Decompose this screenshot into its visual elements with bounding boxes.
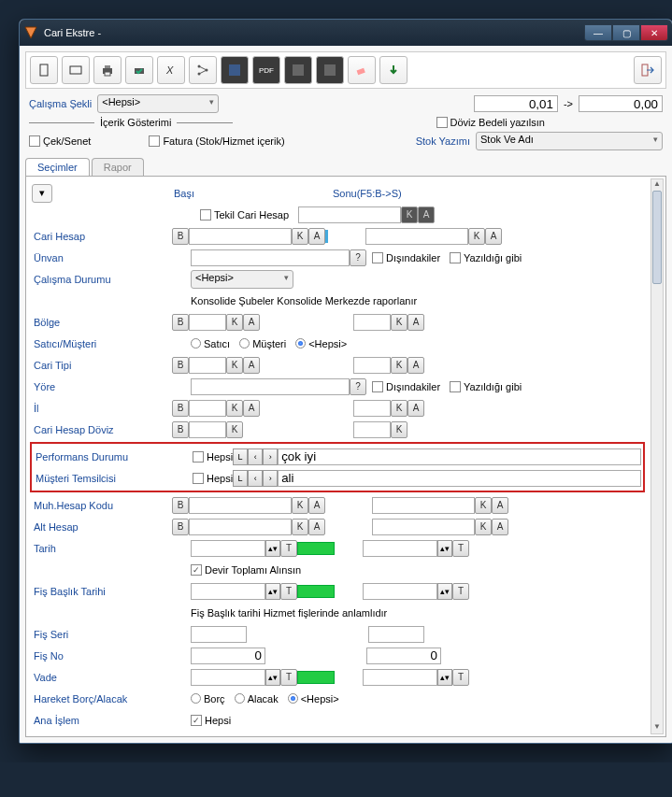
bolge-b-button[interactable]: B xyxy=(172,314,189,331)
bolge-end-input[interactable] xyxy=(353,314,391,331)
titlebar[interactable]: Cari Ekstre - — ▢ ✕ xyxy=(20,20,672,46)
ct-b-button[interactable]: B xyxy=(172,357,189,374)
ct-k1-button[interactable]: K xyxy=(226,357,243,374)
mh-end-input[interactable] xyxy=(372,497,475,514)
ct-k2-button[interactable]: K xyxy=(391,357,407,374)
ah-a2-button[interactable]: A xyxy=(492,519,508,535)
tarih-start-input[interactable] xyxy=(191,540,265,557)
yore-q-button[interactable]: ? xyxy=(350,378,366,395)
dv-b-button[interactable]: B xyxy=(172,421,189,438)
dv-k2-button[interactable]: K xyxy=(391,421,407,438)
tool-landscape-icon[interactable] xyxy=(62,56,90,84)
il-a2-button[interactable]: A xyxy=(407,400,424,417)
mh-k2-button[interactable]: K xyxy=(475,497,492,514)
bolge-a2-button[interactable]: A xyxy=(407,314,424,331)
fisno-end-input[interactable] xyxy=(366,648,441,664)
radio-satici[interactable]: Satıcı xyxy=(191,338,230,349)
tems-next-button[interactable]: › xyxy=(263,470,278,487)
yore-input[interactable] xyxy=(191,378,350,395)
pdf-icon[interactable]: PDF xyxy=(252,56,280,84)
cari-a2-button[interactable]: A xyxy=(485,228,502,245)
print-icon[interactable] xyxy=(93,56,122,84)
radio-musteri[interactable]: Müşteri xyxy=(239,338,286,349)
tab-rapor[interactable]: Rapor xyxy=(92,158,144,176)
ct-a1-button[interactable]: A xyxy=(243,357,260,374)
bolge-k2-button[interactable]: K xyxy=(391,314,407,331)
tarih-spin2[interactable]: ▴▾ xyxy=(437,540,452,557)
mh-k1-button[interactable]: K xyxy=(292,497,308,514)
tool-portrait-icon[interactable] xyxy=(30,56,58,84)
ah-k2-button[interactable]: K xyxy=(475,519,492,535)
mh-a1-button[interactable]: A xyxy=(308,497,325,514)
minimize-button[interactable]: — xyxy=(584,24,612,41)
unvan-yazildigi-checkbox[interactable]: Yazıldığı gibi xyxy=(450,252,522,263)
tarih-t2-button[interactable]: T xyxy=(452,540,469,557)
tekil-checkbox[interactable]: Tekil Cari Hesap xyxy=(200,209,289,221)
fbt-t2-button[interactable]: T xyxy=(452,583,469,600)
vade-spin2[interactable]: ▴▾ xyxy=(437,669,452,686)
perf-prev-button[interactable]: ‹ xyxy=(248,448,263,465)
radio-hepsi-ba[interactable]: <Hepsi> xyxy=(288,693,339,704)
tarih-t1-button[interactable]: T xyxy=(280,540,297,557)
cari-k2-button[interactable]: K xyxy=(468,228,485,245)
arrow-down-icon[interactable] xyxy=(379,56,407,84)
ah-a1-button[interactable]: A xyxy=(308,519,325,535)
vade-t1-button[interactable]: T xyxy=(280,669,297,686)
temsilci-hepsi-checkbox[interactable]: Hepsi xyxy=(193,473,233,484)
cari-end-input[interactable] xyxy=(365,228,468,245)
dv-k1-button[interactable]: K xyxy=(226,421,243,438)
performans-input[interactable] xyxy=(278,448,641,465)
fbt-end-input[interactable] xyxy=(363,583,437,600)
ct-end-input[interactable] xyxy=(353,357,391,374)
fbt-t1-button[interactable]: T xyxy=(280,583,297,600)
cari-b-button[interactable]: B xyxy=(172,228,189,245)
cari-a1-button[interactable]: A xyxy=(308,228,325,245)
radio-hepsi-sm[interactable]: <Hepsi> xyxy=(295,338,347,349)
vade-t2-button[interactable]: T xyxy=(452,669,469,686)
fbt-spin1[interactable]: ▴▾ xyxy=(265,583,280,600)
unvan-disindakiler-checkbox[interactable]: Dışındakiler xyxy=(372,252,440,263)
tool-dark1-icon[interactable] xyxy=(221,56,249,84)
bolge-start-input[interactable] xyxy=(189,314,226,331)
performans-hepsi-checkbox[interactable]: Hepsi xyxy=(193,451,233,463)
fbt-start-input[interactable] xyxy=(191,583,265,600)
ah-k1-button[interactable]: K xyxy=(292,519,308,535)
tekil-k-button[interactable]: K xyxy=(401,206,418,223)
perf-l-button[interactable]: L xyxy=(233,448,248,465)
vade-end-input[interactable] xyxy=(363,669,437,686)
fatura-checkbox[interactable]: Fatura (Stok/Hizmet içerik) xyxy=(149,135,284,147)
fis-seri-end-input[interactable] xyxy=(368,626,424,643)
radio-alacak[interactable]: Alacak xyxy=(235,693,279,704)
exit-icon[interactable] xyxy=(634,56,662,84)
tekil-a-button[interactable]: A xyxy=(418,206,435,223)
tekil-input[interactable] xyxy=(298,206,401,223)
devir-checkbox[interactable]: ✓Devir Toplamı Alınsın xyxy=(191,564,301,576)
bolge-k1-button[interactable]: K xyxy=(226,314,243,331)
il-k2-button[interactable]: K xyxy=(391,400,407,417)
unvan-q-button[interactable]: ? xyxy=(350,249,366,266)
tems-l-button[interactable]: L xyxy=(233,470,248,487)
bolge-a1-button[interactable]: A xyxy=(243,314,260,331)
export-excel-icon[interactable]: X xyxy=(157,56,185,84)
tab-secimler[interactable]: Seçimler xyxy=(25,158,90,176)
ah-end-input[interactable] xyxy=(372,519,475,535)
mh-a2-button[interactable]: A xyxy=(492,497,508,514)
doviz-bedeli-checkbox[interactable]: Döviz Bedeli yazılsın xyxy=(436,117,546,128)
il-end-input[interactable] xyxy=(353,400,391,417)
tool-dark3-icon[interactable] xyxy=(284,56,312,84)
cari-start-input[interactable] xyxy=(189,228,292,245)
stok-yazimi-dropdown[interactable]: Stok Ve Adı xyxy=(476,132,663,150)
range-end-input[interactable] xyxy=(579,95,663,112)
ah-b-button[interactable]: B xyxy=(172,519,189,535)
dv-start-input[interactable] xyxy=(189,421,226,438)
unvan-input[interactable] xyxy=(191,249,350,266)
calisma-sekli-dropdown[interactable]: <Hepsi> xyxy=(97,94,219,113)
il-start-input[interactable] xyxy=(189,400,226,417)
yore-yazildigi-checkbox[interactable]: Yazıldığı gibi xyxy=(450,381,522,392)
cek-senet-checkbox[interactable]: Çek/Senet xyxy=(29,135,91,147)
il-b-button[interactable]: B xyxy=(172,400,189,417)
vade-spin1[interactable]: ▴▾ xyxy=(265,669,280,686)
close-button[interactable]: ✕ xyxy=(640,24,668,41)
tarih-end-input[interactable] xyxy=(363,540,437,557)
yore-disindakiler-checkbox[interactable]: Dışındakiler xyxy=(372,381,440,392)
